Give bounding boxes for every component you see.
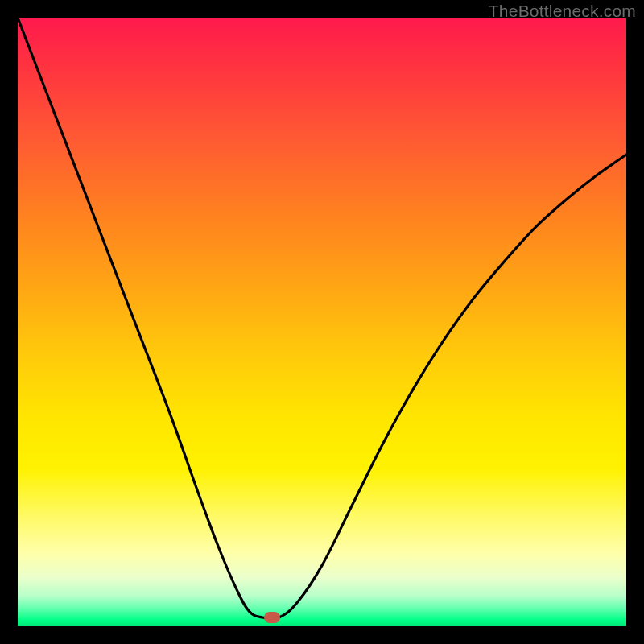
optimal-point-marker <box>264 612 280 623</box>
bottleneck-curve <box>18 18 626 619</box>
curve-layer <box>18 18 626 626</box>
watermark-text: TheBottleneck.com <box>489 2 636 21</box>
